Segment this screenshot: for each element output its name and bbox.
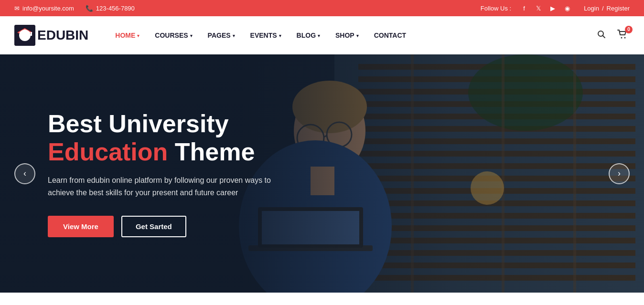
nav-link-shop[interactable]: SHOP ▾ bbox=[328, 16, 366, 54]
carousel-prev-button[interactable]: ‹ bbox=[14, 163, 35, 184]
top-bar-left: ✉ info@yoursite.com 📞 123-456-7890 bbox=[14, 5, 135, 12]
svg-rect-2 bbox=[23, 35, 26, 39]
svg-point-9 bbox=[624, 37, 626, 38]
nav-actions: 0 bbox=[595, 28, 630, 43]
login-link[interactable]: Login bbox=[584, 5, 599, 12]
get-started-button[interactable]: Get Sarted bbox=[121, 216, 186, 237]
hero-title-line2: Theme bbox=[175, 138, 255, 166]
nav-item-blog: BLOG ▾ bbox=[289, 16, 328, 54]
auth-links: Login / Register bbox=[584, 5, 630, 12]
nav-link-pages[interactable]: PAGES ▾ bbox=[200, 16, 243, 54]
hero-subtitle: Learn from edubin online platform by fol… bbox=[48, 174, 296, 199]
social-icons: f 𝕏 ▶ ◉ bbox=[519, 3, 572, 13]
logo-icon bbox=[14, 25, 35, 46]
brand-logo[interactable]: EDUBIN bbox=[14, 25, 88, 46]
svg-point-3 bbox=[22, 38, 27, 41]
nav-label-blog: BLOG bbox=[297, 32, 316, 39]
instagram-icon[interactable]: ◉ bbox=[562, 3, 572, 13]
follow-label: Follow Us : bbox=[481, 5, 511, 12]
nav-item-shop: SHOP ▾ bbox=[328, 16, 366, 54]
hero-title-line1: Best University bbox=[48, 110, 229, 137]
svg-point-8 bbox=[621, 37, 623, 38]
hero-content: Best University Education Theme Learn fr… bbox=[48, 110, 296, 238]
nav-label-shop: SHOP bbox=[335, 32, 354, 39]
phone-info: 📞 123-456-7890 bbox=[86, 5, 135, 12]
navbar: EDUBIN HOME ▾ COURSES ▾ PAGES ▾ EVENTS ▾ bbox=[0, 16, 644, 54]
nav-link-events[interactable]: EVENTS ▾ bbox=[243, 16, 289, 54]
youtube-icon[interactable]: ▶ bbox=[547, 3, 558, 13]
chevron-shop: ▾ bbox=[356, 33, 359, 38]
view-more-button[interactable]: View More bbox=[48, 216, 114, 237]
hero-title: Best University Education Theme bbox=[48, 110, 296, 167]
search-button[interactable] bbox=[595, 28, 608, 43]
nav-link-contact[interactable]: CONTACT bbox=[366, 16, 414, 54]
svg-line-7 bbox=[603, 35, 605, 38]
nav-label-events: EVENTS bbox=[250, 32, 277, 39]
top-bar-right: Follow Us : f 𝕏 ▶ ◉ Login / Register bbox=[481, 3, 630, 13]
email-info: ✉ info@yoursite.com bbox=[14, 5, 74, 12]
hero-title-accent: Education bbox=[48, 138, 168, 166]
chevron-home: ▾ bbox=[137, 33, 140, 38]
email-icon: ✉ bbox=[14, 5, 20, 12]
nav-label-courses: COURSES bbox=[155, 32, 188, 39]
phone-icon: 📞 bbox=[86, 5, 93, 12]
nav-item-pages: PAGES ▾ bbox=[200, 16, 243, 54]
chevron-pages: ▾ bbox=[233, 33, 235, 38]
nav-menu: HOME ▾ COURSES ▾ PAGES ▾ EVENTS ▾ BLOG bbox=[107, 16, 595, 54]
logo-svg bbox=[14, 25, 35, 46]
chevron-events: ▾ bbox=[279, 33, 281, 38]
nav-item-contact: CONTACT bbox=[366, 16, 414, 54]
carousel-next-button[interactable]: › bbox=[609, 163, 630, 184]
phone-text: 123-456-7890 bbox=[96, 5, 135, 12]
nav-label-pages: PAGES bbox=[208, 32, 231, 39]
chevron-courses: ▾ bbox=[190, 33, 193, 38]
register-link[interactable]: Register bbox=[607, 5, 630, 12]
hero-section: Best University Education Theme Learn fr… bbox=[0, 54, 644, 293]
cart-badge: 0 bbox=[625, 26, 633, 33]
nav-link-courses[interactable]: COURSES ▾ bbox=[147, 16, 200, 54]
auth-separator: / bbox=[602, 5, 604, 12]
nav-item-home: HOME ▾ bbox=[107, 16, 147, 54]
nav-item-events: EVENTS ▾ bbox=[243, 16, 289, 54]
nav-link-blog[interactable]: BLOG ▾ bbox=[289, 16, 328, 54]
search-icon bbox=[597, 30, 606, 39]
svg-rect-0 bbox=[14, 25, 35, 46]
nav-link-home[interactable]: HOME ▾ bbox=[107, 16, 147, 54]
chevron-blog: ▾ bbox=[318, 33, 320, 38]
cart-button[interactable]: 0 bbox=[615, 28, 630, 43]
brand-name: EDUBIN bbox=[37, 28, 88, 43]
nav-label-home: HOME bbox=[115, 32, 135, 39]
top-bar: ✉ info@yoursite.com 📞 123-456-7890 Follo… bbox=[0, 0, 644, 16]
svg-rect-5 bbox=[31, 32, 32, 36]
nav-item-courses: COURSES ▾ bbox=[147, 16, 200, 54]
facebook-icon[interactable]: f bbox=[519, 3, 529, 13]
hero-buttons: View More Get Sarted bbox=[48, 216, 296, 237]
twitter-icon[interactable]: 𝕏 bbox=[533, 3, 544, 13]
email-text: info@yoursite.com bbox=[22, 5, 74, 12]
nav-label-contact: CONTACT bbox=[374, 32, 406, 39]
